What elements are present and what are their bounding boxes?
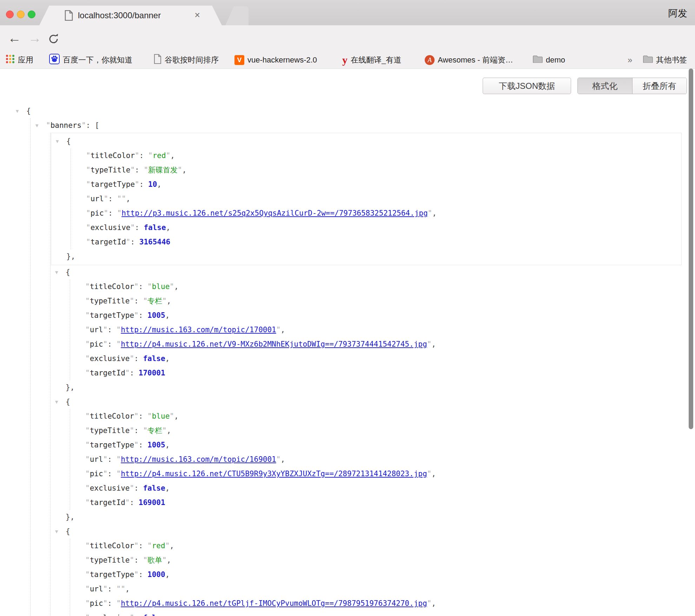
json-tree: ▼{▼"banners": [▼{"titleColor": "red","ty…: [0, 104, 688, 616]
json-field-row: "titleColor": "blue",: [70, 409, 688, 424]
reload-button-icon[interactable]: [48, 33, 60, 46]
json-field-row: "titleColor": "red",: [70, 539, 688, 553]
json-object-open: ▼{: [51, 524, 688, 539]
json-field-row: "typeTitle": "新碟首发",: [71, 163, 681, 177]
json-url-link[interactable]: http://p4.music.126.net/CTU5B9R9y3XyYBZX…: [121, 470, 427, 478]
tab-title: localhost:3000/banner: [78, 11, 161, 20]
baidu-icon: [49, 54, 60, 66]
browser-toolbar: ← → ⓘ localhost:3000/banner ☆ V 英 FE T: [0, 25, 695, 51]
json-array-open: ▼"banners": [: [31, 118, 688, 133]
json-object-open: ▼{: [51, 134, 681, 149]
profile-name[interactable]: 阿发: [668, 7, 687, 20]
bookmark-awesomes[interactable]: A Awesomes - 前端资…: [425, 51, 513, 68]
json-url-link[interactable]: http://p4.music.126.net/V9-MXz6b2MNhEKju…: [121, 340, 427, 348]
format-button[interactable]: 格式化: [578, 78, 633, 94]
json-object-close: },: [51, 249, 681, 264]
bookmark-label: 在线翻译_有道: [351, 55, 401, 65]
tab-bar: localhost:3000/banner × 阿发: [0, 0, 695, 25]
json-object-open: ▼{: [51, 265, 688, 280]
bookmark-label: Awesomes - 前端资…: [438, 55, 513, 65]
new-tab-button[interactable]: [225, 6, 249, 25]
page-icon: [154, 54, 161, 66]
json-object-close: },: [51, 510, 688, 524]
json-field-row: "url": "http://music.163.com/m/topic/169…: [70, 452, 688, 467]
bookmark-folder-demo[interactable]: demo: [533, 51, 565, 68]
page-content: 下载JSON数据 格式化 折叠所有 ▼{▼"banners": [▼{"titl…: [0, 69, 695, 616]
json-field-row: "exclusive": false: [70, 611, 688, 616]
page-favicon-icon: [65, 10, 73, 22]
json-field-row: "titleColor": "blue",: [70, 280, 688, 294]
collapse-toggle-icon[interactable]: ▼: [55, 265, 66, 280]
json-field-row: "url": "http://music.163.com/m/topic/170…: [70, 323, 688, 337]
json-field-row: "typeTitle": "歌单",: [70, 553, 688, 568]
bookmark-label: 百度一下，你就知道: [63, 55, 132, 65]
json-field-row: "targetId": 3165446: [71, 235, 681, 249]
json-field-row: "url": "",: [71, 192, 681, 206]
vue-icon: V: [234, 55, 244, 65]
bookmark-label: demo: [546, 55, 565, 65]
bookmarks-bar: 应用 百度一下，你就知道 谷歌按时间排序 V vue-hackernews-2.…: [0, 51, 695, 69]
json-field-row: "targetId": 169001: [70, 496, 688, 510]
json-field-row: "pic": "http://p4.music.126.net/CTU5B9R9…: [70, 467, 688, 481]
collapse-toggle-icon[interactable]: ▼: [56, 134, 66, 149]
minimize-window-button[interactable]: [17, 11, 25, 18]
folder-icon: [533, 55, 543, 65]
apps-grid-icon: [6, 54, 15, 66]
json-field-row: "pic": "http://p4.music.126.net/V9-MXz6b…: [70, 337, 688, 352]
json-field-row: "pic": "http://p4.music.126.net/tGPljf-I…: [70, 596, 688, 611]
json-array-item: ▼{"titleColor": "red","typeTitle": "歌单",…: [51, 524, 688, 616]
json-field-row: "targetType": 1005,: [70, 308, 688, 323]
json-field-row: "typeTitle": "专栏",: [70, 294, 688, 308]
json-url-link[interactable]: http://music.163.com/m/topic/170001: [121, 326, 276, 334]
youdao-icon: y: [342, 55, 348, 65]
tab-close-icon[interactable]: ×: [194, 10, 200, 20]
json-field-row: "pic": "http://p3.music.126.net/s25q2x5Q…: [71, 206, 681, 221]
json-url-link[interactable]: http://p3.music.126.net/s25q2x5QyqsAzilC…: [121, 209, 428, 217]
json-field-row: "titleColor": "red",: [71, 149, 681, 163]
browser-tab[interactable]: localhost:3000/banner ×: [39, 6, 222, 25]
json-url-link[interactable]: http://music.163.com/m/topic/169001: [121, 455, 276, 464]
json-object-close: },: [51, 380, 688, 395]
back-button-icon[interactable]: ←: [8, 30, 21, 46]
json-field-row: "exclusive": false,: [71, 221, 681, 235]
collapse-toggle-icon[interactable]: ▼: [35, 118, 46, 133]
view-mode-toggle: 格式化 折叠所有: [577, 78, 687, 94]
json-object-open: ▼{: [51, 395, 688, 409]
json-root-open: ▼{: [0, 104, 688, 118]
json-field-row: "exclusive": false,: [70, 352, 688, 366]
json-array-item: ▼{"titleColor": "red","typeTitle": "新碟首发…: [51, 133, 682, 265]
forward-button-icon[interactable]: →: [28, 30, 41, 46]
download-json-button[interactable]: 下载JSON数据: [483, 78, 571, 94]
json-field-row: "exclusive": false,: [70, 481, 688, 496]
folder-icon: [643, 55, 653, 65]
bookmark-baidu[interactable]: 百度一下，你就知道: [49, 51, 132, 68]
json-field-row: "targetId": 170001: [70, 366, 688, 380]
bookmark-google-sort[interactable]: 谷歌按时间排序: [154, 51, 219, 68]
bookmark-apps[interactable]: 应用: [6, 51, 33, 68]
json-url-link[interactable]: http://p4.music.126.net/tGPljf-IMOCyPvum…: [121, 599, 427, 608]
bookmark-youdao[interactable]: y 在线翻译_有道: [342, 51, 401, 68]
bookmark-vue-hackernews[interactable]: V vue-hackernews-2.0: [234, 51, 317, 68]
collapse-toggle-icon[interactable]: ▼: [55, 524, 66, 539]
close-window-button[interactable]: [6, 11, 14, 18]
json-array-item: ▼{"titleColor": "blue","typeTitle": "专栏"…: [51, 265, 688, 395]
json-array-item: ▼{"titleColor": "blue","typeTitle": "专栏"…: [51, 395, 688, 524]
json-field-row: "url": "",: [70, 582, 688, 596]
json-field-row: "targetType": 1005,: [70, 438, 688, 452]
bookmark-label: vue-hackernews-2.0: [247, 55, 317, 65]
collapse-toggle-icon[interactable]: ▼: [16, 104, 26, 118]
json-field-row: "typeTitle": "专栏",: [70, 424, 688, 438]
chevron-label: »: [628, 55, 632, 65]
bookmarks-overflow-chevron[interactable]: »: [628, 51, 632, 68]
json-field-row: "targetType": 10,: [71, 177, 681, 192]
collapse-toggle-icon[interactable]: ▼: [55, 395, 66, 409]
bookmark-label: 应用: [18, 55, 33, 65]
bookmark-label: 其他书签: [656, 55, 687, 65]
bookmark-label: 谷歌按时间排序: [165, 55, 219, 65]
scrollbar-thumb[interactable]: [689, 68, 693, 429]
collapse-all-button[interactable]: 折叠所有: [633, 78, 687, 94]
awesomes-icon: A: [425, 55, 435, 65]
zoom-window-button[interactable]: [28, 11, 35, 18]
json-field-row: "targetType": 1000,: [70, 568, 688, 582]
other-bookmarks-folder[interactable]: 其他书签: [643, 51, 687, 68]
